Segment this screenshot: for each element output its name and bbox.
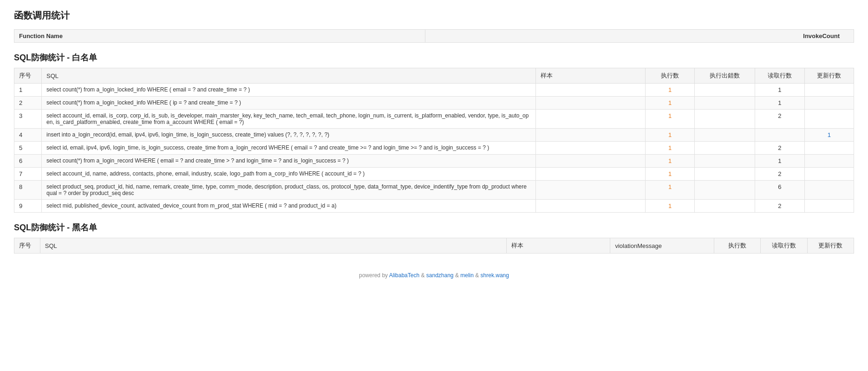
wl-cell-seq: 6 xyxy=(14,155,42,168)
wl-cell-sample xyxy=(535,181,645,200)
wl-cell-update xyxy=(804,200,854,213)
wl-col-sample: 样本 xyxy=(535,68,645,84)
bl-col-seq: 序号 xyxy=(14,238,40,254)
table-row: 7 select account_id, name, address, cont… xyxy=(14,168,854,181)
wl-cell-update xyxy=(804,181,854,200)
wl-cell-exec-out xyxy=(695,142,755,155)
wl-cell-sample xyxy=(535,168,645,181)
wl-cell-sample xyxy=(535,84,645,97)
wl-cell-sample xyxy=(535,110,645,129)
wl-cell-exec: 1 xyxy=(645,97,694,110)
bl-col-update: 更新行数 xyxy=(807,238,854,254)
wl-col-update: 更新行数 xyxy=(804,68,854,84)
wl-cell-exec: 1 xyxy=(645,110,694,129)
blacklist-section-title: SQL防御统计 - 黑名单 xyxy=(14,222,854,233)
wl-cell-sql: select account_id, name, address, contac… xyxy=(42,168,536,181)
wl-cell-exec-out xyxy=(695,155,755,168)
wl-cell-exec: 1 xyxy=(645,168,694,181)
wl-cell-sql: select id, email, ipv4, ipv6, login_time… xyxy=(42,142,536,155)
wl-cell-update xyxy=(804,142,854,155)
page-container: 函数调用统计 Function Name InvokeCount SQL防御统计… xyxy=(0,0,868,293)
blacklist-table: 序号 SQL 样本 violationMessage 执行数 读取行数 更新行数 xyxy=(14,238,854,254)
wl-cell-update xyxy=(804,110,854,129)
table-row: 9 select mid, published_device_count, ac… xyxy=(14,200,854,213)
wl-cell-read: 6 xyxy=(755,181,804,200)
wl-col-seq: 序号 xyxy=(14,68,42,84)
footer-link-melin[interactable]: melin xyxy=(460,272,474,279)
wl-col-exec: 执行数 xyxy=(645,68,694,84)
wl-col-sql: SQL xyxy=(42,68,536,84)
wl-cell-read xyxy=(755,129,804,142)
table-row: 3 select account_id, email, is_corp, cor… xyxy=(14,110,854,129)
invoke-count-header: InvokeCount xyxy=(425,30,854,43)
wl-cell-seq: 7 xyxy=(14,168,42,181)
wl-cell-exec-out xyxy=(695,168,755,181)
table-row: 2 select count(*) from a_login_locked_in… xyxy=(14,97,854,110)
footer-link-alibaba[interactable]: AlibabaTech xyxy=(389,272,419,279)
wl-cell-update xyxy=(804,84,854,97)
wl-cell-update: 1 xyxy=(804,129,854,142)
wl-cell-read: 1 xyxy=(755,155,804,168)
wl-cell-seq: 1 xyxy=(14,84,42,97)
footer: powered by AlibabaTech & sandzhang & mel… xyxy=(14,267,854,283)
wl-cell-seq: 3 xyxy=(14,110,42,129)
wl-cell-sample xyxy=(535,142,645,155)
wl-cell-sql: select account_id, email, is_corp, corp_… xyxy=(42,110,536,129)
bl-col-sql: SQL xyxy=(40,238,506,254)
wl-cell-sql: select count(*) from a_login_record WHER… xyxy=(42,155,536,168)
wl-cell-read: 2 xyxy=(755,142,804,155)
wl-cell-exec-out xyxy=(695,200,755,213)
bl-col-sample: 样本 xyxy=(507,238,610,254)
bl-col-read: 读取行数 xyxy=(761,238,807,254)
wl-cell-sql: select product_seq, product_id, hid, nam… xyxy=(42,181,536,200)
wl-cell-exec-out xyxy=(695,129,755,142)
wl-cell-exec: 1 xyxy=(645,155,694,168)
wl-cell-exec-out xyxy=(695,97,755,110)
wl-cell-seq: 8 xyxy=(14,181,42,200)
wl-cell-read: 1 xyxy=(755,97,804,110)
wl-cell-sample xyxy=(535,200,645,213)
wl-cell-seq: 4 xyxy=(14,129,42,142)
wl-cell-update xyxy=(804,168,854,181)
footer-sep1: & xyxy=(421,272,426,279)
footer-link-shrek[interactable]: shrek.wang xyxy=(481,272,509,279)
wl-cell-read: 2 xyxy=(755,168,804,181)
wl-cell-exec: 1 xyxy=(645,129,694,142)
wl-cell-sample xyxy=(535,155,645,168)
bl-col-exec: 执行数 xyxy=(714,238,760,254)
footer-sep3: & xyxy=(475,272,480,279)
wl-cell-exec: 1 xyxy=(645,181,694,200)
wl-cell-seq: 9 xyxy=(14,200,42,213)
wl-cell-update xyxy=(804,155,854,168)
wl-cell-sql: select count(*) from a_login_locked_info… xyxy=(42,84,536,97)
wl-cell-sample xyxy=(535,129,645,142)
wl-cell-exec-out xyxy=(695,110,755,129)
wl-cell-seq: 2 xyxy=(14,97,42,110)
table-row: 6 select count(*) from a_login_record WH… xyxy=(14,155,854,168)
function-name-header: Function Name xyxy=(14,30,425,43)
whitelist-section-title: SQL防御统计 - 白名单 xyxy=(14,52,854,63)
footer-link-sandzhang[interactable]: sandzhang xyxy=(426,272,454,279)
wl-cell-seq: 5 xyxy=(14,142,42,155)
wl-col-exec-out: 执行出錯数 xyxy=(695,68,755,84)
wl-cell-exec: 1 xyxy=(645,200,694,213)
table-row: 4 insert into a_login_record(id, email, … xyxy=(14,129,854,142)
wl-cell-sql: insert into a_login_record(id, email, ip… xyxy=(42,129,536,142)
function-table: Function Name InvokeCount xyxy=(14,29,854,43)
footer-text: powered by xyxy=(359,272,389,279)
wl-cell-exec-out xyxy=(695,84,755,97)
wl-cell-exec: 1 xyxy=(645,142,694,155)
wl-cell-exec-out xyxy=(695,181,755,200)
bl-col-violation: violationMessage xyxy=(610,238,714,254)
table-row: 8 select product_seq, product_id, hid, n… xyxy=(14,181,854,200)
footer-sep2: & xyxy=(455,272,460,279)
wl-col-read: 读取行数 xyxy=(755,68,804,84)
page-title: 函数调用统计 xyxy=(14,9,854,22)
wl-cell-read: 2 xyxy=(755,110,804,129)
wl-cell-sample xyxy=(535,97,645,110)
whitelist-table: 序号 SQL 样本 执行数 执行出錯数 读取行数 更新行数 1 select c… xyxy=(14,68,854,213)
wl-cell-update xyxy=(804,97,854,110)
table-row: 5 select id, email, ipv4, ipv6, login_ti… xyxy=(14,142,854,155)
table-row: 1 select count(*) from a_login_locked_in… xyxy=(14,84,854,97)
wl-cell-sql: select count(*) from a_login_locked_info… xyxy=(42,97,536,110)
